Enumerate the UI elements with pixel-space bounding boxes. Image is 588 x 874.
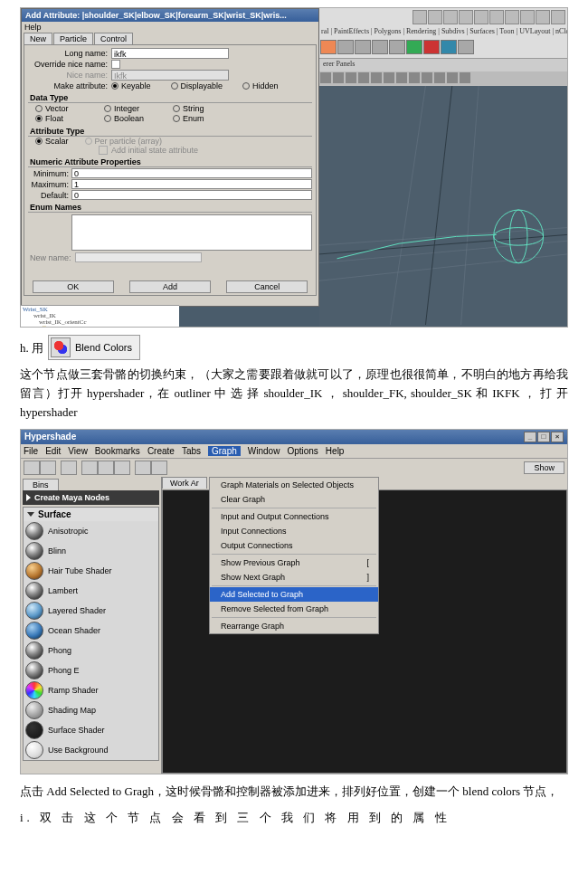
minimum-input[interactable]: 0 xyxy=(71,168,312,178)
menu-input-output-connections[interactable]: Input and Output Connections xyxy=(210,509,378,524)
svg-line-0 xyxy=(319,228,567,246)
menu-options[interactable]: Options xyxy=(287,446,318,456)
add-button[interactable]: Add xyxy=(129,280,211,293)
shader-shading-map[interactable]: Shading Map xyxy=(24,700,158,720)
default-input[interactable]: 0 xyxy=(71,190,312,200)
menu-graph[interactable]: Graph xyxy=(208,446,241,456)
make-attribute-label: Make attribute: xyxy=(28,81,111,90)
menu-graph-materials[interactable]: Graph Materials on Selected Objects xyxy=(210,478,378,492)
viewport-grid xyxy=(319,86,567,325)
add-initial-state-label: Add initial state attribute xyxy=(111,146,198,155)
ok-button[interactable]: OK xyxy=(33,280,114,293)
keyable-radio[interactable]: Keyable xyxy=(111,81,151,90)
attribute-type-section: Attribute Type xyxy=(28,127,312,137)
menu-view[interactable]: View xyxy=(68,446,88,456)
minimize-icon[interactable]: _ xyxy=(524,432,536,442)
cancel-button[interactable]: Cancel xyxy=(226,280,308,293)
integer-radio[interactable]: Integer xyxy=(104,104,167,113)
tool-icon[interactable] xyxy=(81,461,98,475)
show-button[interactable]: Show xyxy=(524,461,564,474)
tab-bins[interactable]: Bins xyxy=(23,479,59,490)
per-particle-radio: Per particle (array) xyxy=(85,137,163,146)
menu-create[interactable]: Create xyxy=(147,446,175,456)
string-radio[interactable]: String xyxy=(173,104,204,113)
paragraph-after-shot2: 点击 Add Selected to Gragh，这时候骨骼和控制器被添加进来，… xyxy=(20,782,568,801)
viewport: erer Panels xyxy=(319,59,567,327)
shader-hair-tube[interactable]: Hair Tube Shader xyxy=(24,561,158,581)
dialog-tabs: New Particle Control xyxy=(22,33,318,44)
menu-clear-graph[interactable]: Clear Graph xyxy=(210,492,378,507)
maximize-icon[interactable]: □ xyxy=(537,432,550,442)
tool-icon[interactable] xyxy=(61,461,77,475)
maximum-label: Maximum: xyxy=(28,180,71,189)
svg-point-8 xyxy=(509,210,527,263)
tool-icon[interactable] xyxy=(98,461,114,475)
float-radio[interactable]: Float xyxy=(35,114,99,123)
default-label: Default: xyxy=(28,191,71,200)
maximum-input[interactable]: 1 xyxy=(71,179,312,189)
shader-layered[interactable]: Layered Shader xyxy=(24,601,158,621)
menu-bookmarks[interactable]: Bookmarks xyxy=(95,446,140,456)
paragraph-h: h. 用 Blend Colors 这个节点做三套骨骼的切换约束，（大家之需要跟… xyxy=(20,335,568,422)
dialog-body: Long name: ikfk Override nice name: Nice… xyxy=(24,44,317,296)
vector-radio[interactable]: Vector xyxy=(35,104,99,113)
menu-remove-selected-from-graph[interactable]: Remove Selected from Graph xyxy=(210,602,378,616)
shader-phong[interactable]: Phong xyxy=(24,641,158,660)
tool-icon[interactable] xyxy=(135,461,151,475)
enum-names-list[interactable] xyxy=(71,214,312,251)
displayable-radio[interactable]: Displayable xyxy=(171,81,223,90)
hidden-radio[interactable]: Hidden xyxy=(242,81,279,90)
toolbar: Show xyxy=(21,459,567,478)
menu-edit[interactable]: Edit xyxy=(45,446,61,456)
work-area-tab[interactable]: Work Ar xyxy=(162,477,207,489)
nice-name-input: Ikfk xyxy=(111,70,229,81)
tab-particle[interactable]: Particle xyxy=(53,33,93,44)
svg-line-3 xyxy=(390,86,425,325)
dialog-menubar[interactable]: Help xyxy=(22,22,318,33)
shader-lambert[interactable]: Lambert xyxy=(24,581,158,601)
enum-radio[interactable]: Enum xyxy=(173,114,204,123)
scalar-radio[interactable]: Scalar xyxy=(35,137,69,146)
menu-show-next-graph[interactable]: Show Next Graph] xyxy=(210,570,378,584)
window-buttons: _ □ × xyxy=(524,432,564,442)
create-maya-nodes-header[interactable]: Create Maya Nodes xyxy=(23,490,159,505)
tab-new[interactable]: New xyxy=(24,33,52,44)
shader-ramp[interactable]: Ramp Shader xyxy=(24,680,158,700)
menu-rearrange-graph[interactable]: Rearrange Graph xyxy=(210,619,378,633)
menu-window[interactable]: Window xyxy=(248,446,280,456)
shelf-buttons xyxy=(319,39,567,55)
shader-blinn[interactable]: Blinn xyxy=(24,541,158,561)
menubar: File Edit View Bookmarks Create Tabs Gra… xyxy=(21,444,567,459)
shader-phong-e[interactable]: Phong E xyxy=(24,660,158,680)
menu-output-connections[interactable]: Output Connections xyxy=(210,538,378,553)
window-title: Hypershade xyxy=(24,432,76,442)
menu-file[interactable]: File xyxy=(24,446,38,456)
tool-icon[interactable] xyxy=(151,461,167,475)
numeric-properties-section: Numeric Attribute Properties xyxy=(28,157,312,167)
surface-section-header[interactable]: Surface xyxy=(24,508,158,521)
tab-control[interactable]: Control xyxy=(94,33,133,44)
close-icon[interactable]: × xyxy=(551,432,564,442)
menu-help[interactable]: Help xyxy=(326,446,345,456)
shader-anisotropic[interactable]: Anisotropic xyxy=(24,521,158,541)
menu-tabs[interactable]: Tabs xyxy=(182,446,201,456)
long-name-label: Long name: xyxy=(28,49,111,58)
long-name-input[interactable]: ikfk xyxy=(111,48,229,59)
blend-colors-node: Blend Colors xyxy=(48,335,140,360)
menu-add-selected-to-graph[interactable]: Add Selected to Graph xyxy=(210,587,378,602)
shader-use-background[interactable]: Use Background xyxy=(24,740,158,760)
tool-icon[interactable] xyxy=(24,461,40,475)
shader-surface[interactable]: Surface Shader xyxy=(24,720,158,740)
tool-icon[interactable] xyxy=(40,461,56,475)
tool-icon[interactable] xyxy=(114,461,130,475)
data-type-section: Data Type xyxy=(28,93,312,103)
add-attribute-screenshot: ral | PaintEffects | Polygons | Renderin… xyxy=(20,7,568,328)
svg-line-6 xyxy=(425,86,451,325)
override-nice-name-checkbox[interactable] xyxy=(111,60,120,69)
boolean-radio[interactable]: Boolean xyxy=(104,114,167,123)
menu-input-connections[interactable]: Input Connections xyxy=(210,524,378,538)
shader-list: Anisotropic Blinn Hair Tube Shader Lambe… xyxy=(24,521,158,760)
add-attribute-dialog: Add Attribute: |shoulder_SK|elbow_SK|for… xyxy=(21,8,319,307)
menu-show-previous-graph[interactable]: Show Previous Graph[ xyxy=(210,556,378,570)
shader-ocean[interactable]: Ocean Shader xyxy=(24,621,158,641)
